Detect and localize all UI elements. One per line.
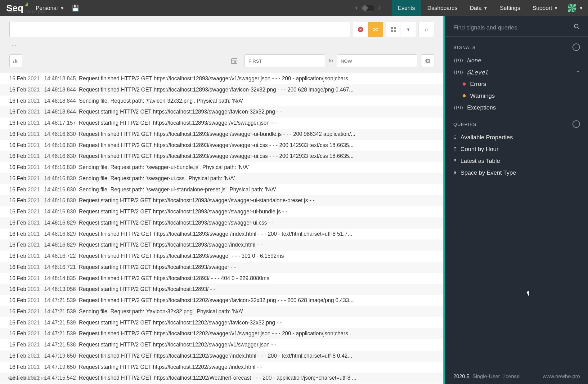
filter-button-group-3: » [419,22,434,37]
nav-data[interactable]: Data ▼ [464,0,494,16]
event-row[interactable]: 16 Feb 202114:48:17.157Request starting … [0,118,443,129]
event-row[interactable]: 16 Feb 202114:48:13.056Request starting … [0,284,443,295]
event-time: 14:48:16.829 [44,240,76,250]
clear-time-button[interactable] [421,54,434,67]
calendar-button[interactable] [228,54,241,67]
filter-input[interactable] [9,22,350,37]
event-message: Sending file. Request path: '/swagger-ui… [79,163,434,172]
event-date: 16 Feb 2021 [9,252,40,261]
event-row[interactable]: 16 Feb 202114:47:19.650Request starting … [0,362,443,373]
event-row[interactable]: 16 Feb 202114:48:16.830Request starting … [0,195,443,206]
event-row[interactable]: 16 Feb 202114:48:16.721Request starting … [0,262,443,273]
event-row[interactable]: 16 Feb 202114:48:16.722Request finished … [0,251,443,262]
query-item-latest-as-table[interactable]: ⠿ Latest as Table [445,155,588,167]
event-message: Sending file. Request path: '/swagger-ui… [79,185,434,194]
event-time: 14:48:16.830 [44,130,76,139]
event-message: Request starting HTTP/2 GET https://loca… [79,118,434,128]
event-date: 16 Feb 2021 [9,207,40,217]
event-row[interactable]: 16 Feb 202114:48:18.845Request finished … [0,73,443,84]
theme-switch[interactable] [361,5,375,11]
query-item-available-properties[interactable]: ⠿ Available Properties [445,132,588,143]
event-row[interactable]: 16 Feb 202114:48:16.829Request finished … [0,229,443,240]
nav-support[interactable]: Support ▼ [526,0,564,16]
time-from-input[interactable] [245,54,325,67]
event-row[interactable]: 16 Feb 202114:48:16.830Request starting … [0,206,443,217]
event-row[interactable]: 16 Feb 202114:48:18.844Sending file. Req… [0,96,443,107]
nav-events[interactable]: Events [392,0,421,16]
event-message: Request starting HTTP/2 GET https://loca… [79,340,434,350]
event-row[interactable]: 16 Feb 202114:48:16.830Sending file. Req… [0,184,443,195]
query-item-count-by-hour[interactable]: ⠿ Count by Hour [445,143,588,155]
backspace-icon [424,58,431,64]
event-date: 16 Feb 2021 [9,373,40,383]
event-message: Request finished HTTP/2 GET https://loca… [79,141,434,150]
signals-search-input[interactable] [453,24,574,31]
grid-icon [391,27,396,32]
nav-settings[interactable]: Settings [494,0,526,16]
chevron-down-icon[interactable]: ▼ [579,6,583,11]
app-logo: Seq [6,3,23,13]
event-row[interactable]: 16 Feb 202114:47:21.539Sending file. Req… [0,306,443,317]
add-signal-button[interactable]: + [572,43,580,51]
breadcrumb-ellipsis[interactable]: … [0,40,443,49]
view-mode-button[interactable] [386,22,401,37]
theme-toggle[interactable]: ☀ ☾ [354,5,382,11]
event-date: 16 Feb 2021 [9,107,40,117]
left-panel: ▼ » … [0,16,445,384]
event-time: 14:47:19.650 [44,363,76,372]
event-row[interactable]: 16 Feb 202114:48:16.830Sending file. Req… [0,173,443,184]
auto-refresh-button[interactable] [368,22,383,37]
event-row[interactable]: 16 Feb 202114:47:15.542Request finished … [0,373,443,384]
event-row[interactable]: 16 Feb 202114:47:21.539Request finished … [0,328,443,339]
clear-filter-button[interactable] [353,22,368,37]
event-row[interactable]: 16 Feb 202114:47:19.650Request finished … [0,351,443,362]
event-row[interactable]: 16 Feb 202114:48:18.844Request starting … [0,106,443,118]
event-row[interactable]: 16 Feb 202114:47:21.539Request starting … [0,317,443,328]
workspace-selector[interactable]: Personal ▼ [36,5,64,11]
event-date: 16 Feb 2021 [9,351,40,361]
event-message: Request finished HTTP/2 GET https://loca… [79,130,434,139]
event-message: Request starting HTTP/2 GET https://loca… [79,363,434,372]
save-icon[interactable]: 💾 [72,4,79,12]
event-row[interactable]: 16 Feb 202114:48:16.829Request starting … [0,217,443,229]
chevron-up-icon[interactable]: ⌃ [576,70,580,75]
event-message: Sending file. Request path: '/favicon-32… [79,307,434,316]
signal-item-exceptions[interactable]: ((•)) Exceptions [445,102,588,114]
user-avatar[interactable] [568,4,576,12]
event-row[interactable]: 16 Feb 202114:47:21.539Request finished … [0,295,443,306]
event-time: 14:47:19.650 [44,351,76,361]
event-row[interactable]: 16 Feb 202114:48:16.830Request finished … [0,151,443,162]
add-query-button[interactable]: + [572,120,580,128]
view-mode-dropdown[interactable]: ▼ [401,22,416,37]
event-message: Request finished HTTP/2 GET https://loca… [79,296,434,305]
chart-toggle-button[interactable] [9,54,22,67]
search-icon[interactable] [574,24,580,31]
event-row[interactable]: 16 Feb 202114:48:16.830Sending file. Req… [0,162,443,173]
event-message: Request starting HTTP/2 GET https://loca… [79,240,434,250]
query-item-space-by-event-type[interactable]: ⠿ Space by Event Type [445,167,588,179]
event-message: Request starting HTTP/2 GET https://loca… [79,263,434,272]
event-time: 14:48:16.721 [44,263,76,272]
time-to-input[interactable] [337,54,417,67]
event-row[interactable]: 16 Feb 202114:48:16.830Request finished … [0,129,443,140]
event-row[interactable]: 16 Feb 202114:48:16.829Request starting … [0,239,443,251]
event-message: Request starting HTTP/2 GET https://loca… [79,218,434,228]
signal-label: Warnings [470,92,495,99]
nav-dashboards[interactable]: Dashboards [421,0,464,16]
event-row[interactable]: 16 Feb 202114:47:21.538Request starting … [0,339,443,351]
event-message: Request finished HTTP/2 GET https://loca… [79,230,434,239]
signal-label: None [467,57,481,64]
signal-item-level[interactable]: ((•)) @Level ⌃ [445,66,588,78]
chevron-down-icon: ▼ [406,27,411,32]
event-date: 16 Feb 2021 [9,163,40,172]
event-row[interactable]: 16 Feb 202114:48:14.835Request finished … [0,273,443,284]
event-message: Request starting HTTP/2 GET https://loca… [79,318,434,328]
signal-item-none[interactable]: ((•)) None [445,55,588,66]
expand-button[interactable]: » [419,22,434,37]
signal-item-warnings[interactable]: Warnings [445,90,588,102]
event-row[interactable]: 16 Feb 202114:48:18.844Request finished … [0,84,443,96]
event-row[interactable]: 16 Feb 202114:48:16.830Request finished … [0,140,443,151]
events-list[interactable]: 16 Feb 202114:48:18.845Request finished … [0,73,443,384]
event-date: 16 Feb 2021 [9,185,40,194]
signal-item-errors[interactable]: Errors [445,78,588,90]
